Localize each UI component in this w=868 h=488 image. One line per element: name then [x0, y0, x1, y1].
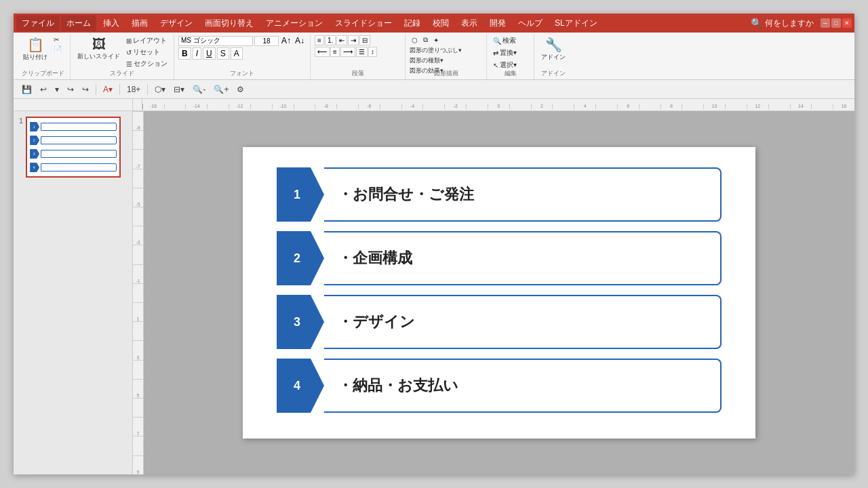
font-color-button[interactable]: A: [231, 47, 243, 60]
slide-thumb-container: 1 1 2: [19, 117, 127, 178]
flow-text-3[interactable]: ・デザイン: [324, 295, 722, 349]
vr-3: 3: [133, 340, 143, 359]
rm-5: [595, 104, 617, 109]
flow-text-4[interactable]: ・納品・お支払い: [324, 359, 722, 413]
menu-item-dev[interactable]: 開発: [484, 16, 511, 31]
search-icon2: 🔍: [493, 37, 501, 45]
canvas-area[interactable]: 1 ・お問合せ・ご発注 2 ・企画構成: [144, 111, 854, 474]
menu-item-view[interactable]: 表示: [456, 16, 483, 31]
reset-button[interactable]: ↺リセット: [124, 47, 170, 58]
zoom-in-button[interactable]: 🔍+: [211, 83, 231, 96]
quick-styles-button[interactable]: ✦: [431, 35, 441, 45]
more-toolbar-button[interactable]: ⚙: [234, 83, 247, 96]
copy-button[interactable]: 📄: [52, 45, 64, 54]
columns-button[interactable]: ⊟: [359, 35, 370, 45]
canvas-section: -9 -7 -5 -3 -1 1 3 5 7 9: [133, 111, 854, 474]
save-toolbar-button[interactable]: 💾: [19, 83, 35, 96]
menu-item-design[interactable]: デザイン: [155, 16, 198, 31]
close-button[interactable]: ✕: [842, 18, 852, 28]
addin-label: アドイン: [534, 69, 572, 78]
flow-item-3[interactable]: 3 ・デザイン: [277, 295, 722, 349]
search-button[interactable]: 🔍検索: [491, 35, 518, 46]
rm-n7: [336, 104, 358, 109]
align-center-button[interactable]: ≡: [330, 47, 340, 57]
arrange-icon: ⧉: [423, 36, 428, 44]
indent-more-button[interactable]: ⇥: [348, 35, 359, 45]
new-slide-button[interactable]: 🖼 新しいスライド: [75, 35, 123, 62]
flow-item-4[interactable]: 4 ・納品・お支払い: [277, 359, 722, 413]
vr-6: [133, 398, 143, 417]
rm-n10: -10: [272, 104, 294, 109]
rm-n3: [422, 104, 444, 109]
rm-n5: [380, 104, 401, 109]
flow-text-1[interactable]: ・お問合せ・ご発注: [324, 167, 722, 222]
shape-button[interactable]: ⬡: [410, 35, 420, 45]
slide-canvas[interactable]: 1 ・お問合せ・ご発注 2 ・企画構成: [243, 147, 755, 439]
addin-button[interactable]: 🔧 アドイン: [538, 35, 568, 63]
ribbon-group-paragraph: ≡ 1. ⇤ ⇥ ⊟ ⟵ ≡ ⟶ ☰ ↕ 段落: [311, 34, 406, 79]
paste-button[interactable]: 📋 貼り付け: [20, 35, 50, 63]
font-label: フォント: [174, 69, 310, 78]
bold-button[interactable]: B: [178, 47, 191, 60]
italic-button[interactable]: I: [193, 47, 201, 60]
rm-9: [682, 104, 703, 109]
vr-n7: -7: [133, 149, 143, 168]
ruler-container: -16 -14 -12 -10 -8 -6 -4 -2 0 2 4 6 8: [14, 99, 854, 111]
replace-button[interactable]: ⇄置換▾: [491, 47, 519, 58]
replace-icon: ⇄: [493, 49, 498, 57]
rm-n14: -14: [185, 104, 207, 109]
arrange-button[interactable]: ⧉: [421, 35, 430, 45]
menu-item-review[interactable]: 校閲: [427, 16, 454, 31]
align-right-button[interactable]: ⟶: [340, 47, 355, 57]
rm-16: 16: [833, 104, 854, 109]
slide-thumbnail[interactable]: 1 2 3: [26, 117, 121, 178]
vr-4: [133, 360, 143, 379]
flow-item-1[interactable]: 1 ・お問合せ・ご発注: [277, 167, 722, 222]
numbering-button[interactable]: 1.: [325, 35, 336, 45]
indent-less-button[interactable]: ⇤: [336, 35, 347, 45]
addin-icon: 🔧: [545, 37, 562, 53]
font-grow-button[interactable]: A↑: [280, 35, 292, 46]
clipboard-label: クリップボード: [16, 69, 70, 78]
minimize-button[interactable]: ─: [821, 18, 830, 28]
menu-item-file[interactable]: ファイル: [16, 16, 60, 31]
bullet-button[interactable]: ≡: [315, 35, 324, 45]
menu-item-transitions[interactable]: 画面切り替え: [199, 16, 259, 31]
arrange-toolbar-button[interactable]: ⊟▾: [171, 83, 187, 96]
rm-n15: [164, 104, 186, 109]
justify-button[interactable]: ☰: [356, 47, 368, 57]
menu-item-insert[interactable]: 挿入: [98, 16, 125, 31]
flow-item-2[interactable]: 2 ・企画構成: [277, 231, 722, 285]
slide-panel: 1 1 2: [14, 111, 133, 474]
undo-toolbar-button[interactable]: ↩: [37, 83, 50, 96]
menu-item-sladdin[interactable]: SLアドイン: [549, 16, 603, 31]
font-size-input[interactable]: [254, 36, 279, 46]
menu-bar: ファイル ホーム 挿入 描画 デザイン 画面切り替え アニメーション スライドシ…: [14, 14, 854, 33]
flow-arrow-4: 4: [277, 359, 324, 413]
menu-item-help[interactable]: ヘルプ: [513, 16, 548, 31]
menu-item-slideshow[interactable]: スライドショー: [330, 16, 397, 31]
underline-button[interactable]: U: [203, 47, 216, 60]
vr-7: 7: [133, 417, 143, 436]
menu-item-home[interactable]: ホーム: [61, 16, 96, 31]
menu-item-animation[interactable]: アニメーション: [260, 16, 328, 31]
undo-dropdown-button[interactable]: ▾: [52, 83, 62, 96]
section-button[interactable]: ☰セクション: [124, 58, 170, 69]
vr-n8: [133, 130, 143, 149]
menu-item-draw[interactable]: 描画: [126, 16, 153, 31]
zoom-out-button[interactable]: 🔍-: [190, 83, 208, 96]
font-name-input[interactable]: [178, 36, 253, 46]
flow-text-2[interactable]: ・企画構成: [324, 231, 722, 285]
align-left-button[interactable]: ⟵: [315, 47, 330, 57]
strikethrough-button[interactable]: S: [217, 47, 229, 60]
line-spacing-button[interactable]: ↕: [368, 47, 377, 57]
maximize-button[interactable]: □: [831, 18, 841, 28]
rm-n16: -16: [142, 104, 164, 109]
cut-button[interactable]: ✂: [52, 35, 64, 44]
font-shrink-button[interactable]: A↓: [294, 35, 306, 46]
menu-item-record[interactable]: 記録: [399, 16, 426, 31]
paste-icon: 📋: [27, 37, 44, 53]
rm-11: [725, 104, 747, 109]
copy-icon: 📄: [54, 45, 62, 53]
layout-button[interactable]: ⊞レイアウト: [124, 35, 170, 46]
